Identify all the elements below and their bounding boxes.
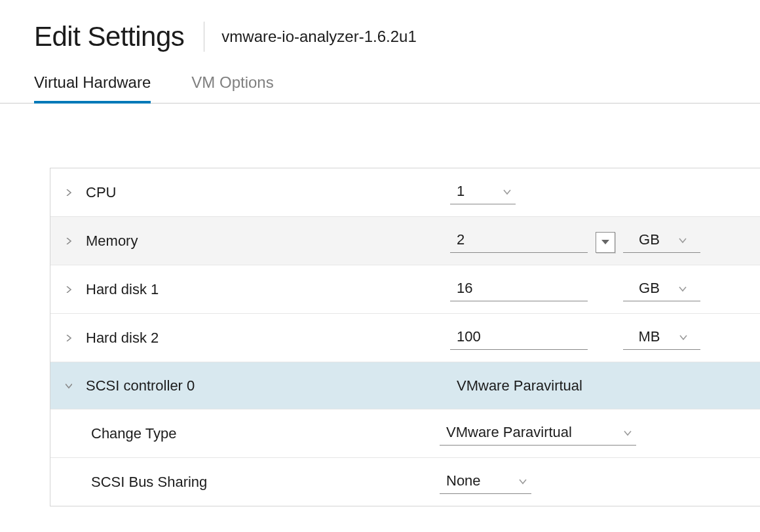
chevron-down-icon xyxy=(503,187,512,197)
hd1-size-value: 16 xyxy=(457,280,472,297)
change-type-select[interactable]: VMware Paravirtual xyxy=(440,421,636,446)
bus-sharing-label: SCSI Bus Sharing xyxy=(91,474,440,491)
chevron-down-icon xyxy=(64,381,74,391)
bus-sharing-value-area: None xyxy=(440,470,531,494)
row-hard-disk-2[interactable]: Hard disk 2 100 MB xyxy=(50,314,760,362)
scsi-summary-area: VMware Paravirtual xyxy=(450,377,582,394)
tab-virtual-hardware[interactable]: Virtual Hardware xyxy=(34,67,151,104)
row-scsi-controller-0[interactable]: SCSI controller 0 VMware Paravirtual xyxy=(50,362,760,409)
bus-sharing-value: None xyxy=(446,472,481,489)
memory-dropdown-button[interactable] xyxy=(596,232,615,253)
page-title: Edit Settings xyxy=(34,21,184,52)
tabs-bar: Virtual Hardware VM Options xyxy=(0,67,760,104)
hd1-unit-select[interactable]: GB xyxy=(623,277,700,301)
hd1-label: Hard disk 1 xyxy=(86,281,450,298)
memory-value-area: 2 GB xyxy=(450,229,700,253)
hd2-unit-select[interactable]: MB xyxy=(623,326,700,350)
cpu-value-area: 1 xyxy=(450,180,516,204)
hd2-label: Hard disk 2 xyxy=(86,330,450,347)
cpu-count-select[interactable]: 1 xyxy=(450,180,516,204)
change-type-value: VMware Paravirtual xyxy=(446,424,572,441)
chevron-down-icon xyxy=(679,333,688,342)
tab-vm-options[interactable]: VM Options xyxy=(191,67,273,104)
row-memory[interactable]: Memory 2 GB xyxy=(50,217,760,265)
chevron-right-icon xyxy=(64,333,74,343)
header-divider xyxy=(204,22,204,52)
chevron-right-icon xyxy=(64,187,74,198)
chevron-down-icon xyxy=(678,284,687,294)
change-type-label: Change Type xyxy=(91,425,440,442)
hd1-value-area: 16 GB xyxy=(450,277,700,301)
hd2-size-value: 100 xyxy=(457,328,481,345)
scsi-summary: VMware Paravirtual xyxy=(450,377,582,394)
vm-name: vmware-io-analyzer-1.6.2u1 xyxy=(221,28,416,46)
chevron-right-icon xyxy=(64,236,74,246)
bus-sharing-select[interactable]: None xyxy=(440,470,531,494)
memory-label: Memory xyxy=(86,233,450,250)
row-hard-disk-1[interactable]: Hard disk 1 16 GB xyxy=(50,265,760,314)
row-scsi-change-type: Change Type VMware Paravirtual xyxy=(50,409,760,458)
chevron-down-icon xyxy=(623,428,632,438)
hd1-size-input[interactable]: 16 xyxy=(450,277,588,301)
hd2-value-area: 100 MB xyxy=(450,326,700,350)
memory-size-input[interactable]: 2 xyxy=(450,229,588,253)
cpu-count-value: 1 xyxy=(457,183,465,200)
hd1-unit-value: GB xyxy=(639,280,660,297)
change-type-value-area: VMware Paravirtual xyxy=(440,421,636,446)
cpu-label: CPU xyxy=(86,184,450,201)
hardware-settings-panel: CPU 1 Memory 2 GB xyxy=(50,168,760,506)
memory-unit-select[interactable]: GB xyxy=(623,229,700,253)
memory-size-value: 2 xyxy=(457,231,465,248)
triangle-down-icon xyxy=(601,240,609,244)
row-cpu[interactable]: CPU 1 xyxy=(50,168,760,217)
row-scsi-bus-sharing: SCSI Bus Sharing None xyxy=(50,458,760,506)
chevron-right-icon xyxy=(64,284,74,295)
hd2-size-input[interactable]: 100 xyxy=(450,326,588,350)
chevron-down-icon xyxy=(518,477,527,486)
memory-unit-value: GB xyxy=(639,231,660,248)
dialog-header: Edit Settings vmware-io-analyzer-1.6.2u1 xyxy=(0,0,760,67)
chevron-down-icon xyxy=(678,236,687,245)
hd2-unit-value: MB xyxy=(639,328,660,345)
scsi-label: SCSI controller 0 xyxy=(86,377,450,394)
